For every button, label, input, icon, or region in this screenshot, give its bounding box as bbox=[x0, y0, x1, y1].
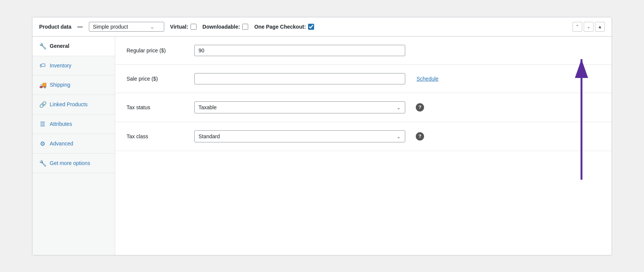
gear-icon: ⚙ bbox=[39, 140, 46, 147]
sidebar-item-advanced-label: Advanced bbox=[50, 141, 73, 147]
tax-status-help-icon[interactable]: ? bbox=[416, 103, 424, 112]
virtual-checkbox[interactable] bbox=[191, 24, 197, 30]
sale-price-row: Sale price ($) Schedule bbox=[115, 65, 612, 93]
tax-class-row: Tax class Standard Reduced rate Zero rat… bbox=[115, 122, 612, 151]
regular-price-input[interactable] bbox=[194, 45, 405, 56]
tax-status-select-wrapper: Taxable Shipping only None ⌄ bbox=[194, 101, 405, 113]
sidebar-item-get-more-options[interactable]: 🔧 Get more options bbox=[32, 154, 115, 173]
collapse-up-button[interactable]: ⌃ bbox=[572, 22, 582, 32]
downloadable-checkbox[interactable] bbox=[242, 24, 248, 30]
sidebar-item-inventory-label: Inventory bbox=[50, 63, 72, 69]
tax-status-row: Tax status Taxable Shipping only None ⌄ … bbox=[115, 93, 612, 122]
tag-icon: 🏷 bbox=[39, 62, 46, 69]
sidebar-item-shipping-label: Shipping bbox=[50, 82, 70, 88]
regular-price-label: Regular price ($) bbox=[127, 47, 187, 53]
downloadable-label: Downloadable: bbox=[203, 24, 240, 30]
panel-title: Product data bbox=[39, 24, 72, 30]
plugin-icon: 🔧 bbox=[39, 160, 46, 167]
sidebar-item-inventory[interactable]: 🏷 Inventory bbox=[32, 56, 115, 75]
product-type-select[interactable]: Simple product ⌵ bbox=[89, 22, 164, 32]
downloadable-checkbox-group: Downloadable: bbox=[203, 24, 249, 30]
main-content: Regular price ($) Sale price ($) Schedul… bbox=[115, 37, 612, 255]
one-page-checkout-checkbox[interactable] bbox=[308, 24, 314, 30]
virtual-checkbox-group: Virtual: bbox=[170, 24, 197, 30]
panel-header: Product data — Simple product ⌵ Virtual:… bbox=[32, 17, 612, 37]
virtual-label: Virtual: bbox=[170, 24, 188, 30]
link-icon: 🔗 bbox=[39, 101, 46, 108]
sidebar-item-attributes-label: Attributes bbox=[50, 121, 72, 127]
product-type-chevron-icon: ⌵ bbox=[151, 24, 154, 30]
product-data-panel: Product data — Simple product ⌵ Virtual:… bbox=[32, 17, 612, 255]
sidebar: 🔧 General 🏷 Inventory 🚚 Shipping 🔗 Linke… bbox=[32, 37, 115, 255]
tax-class-select-wrapper: Standard Reduced rate Zero rate ⌄ bbox=[194, 130, 405, 142]
sidebar-item-general[interactable]: 🔧 General bbox=[32, 37, 115, 56]
panel-body: 🔧 General 🏷 Inventory 🚚 Shipping 🔗 Linke… bbox=[32, 37, 612, 255]
sale-price-label: Sale price ($) bbox=[127, 76, 187, 82]
sidebar-item-linked-products-label: Linked Products bbox=[50, 101, 87, 107]
tax-class-select[interactable]: Standard Reduced rate Zero rate bbox=[194, 130, 405, 142]
truck-icon: 🚚 bbox=[39, 81, 46, 89]
sidebar-item-shipping[interactable]: 🚚 Shipping bbox=[32, 75, 115, 95]
tax-status-label: Tax status bbox=[127, 104, 187, 110]
sidebar-item-attributes[interactable]: ☰ Attributes bbox=[32, 115, 115, 134]
wrench-icon: 🔧 bbox=[39, 43, 46, 50]
sale-price-input[interactable] bbox=[194, 73, 405, 84]
tax-class-help-icon[interactable]: ? bbox=[416, 132, 424, 141]
regular-price-row: Regular price ($) bbox=[115, 37, 612, 65]
move-up-button[interactable]: ▲ bbox=[595, 22, 605, 32]
tax-status-select[interactable]: Taxable Shipping only None bbox=[194, 101, 405, 113]
sidebar-item-general-label: General bbox=[50, 43, 69, 49]
tax-class-label: Tax class bbox=[127, 133, 187, 139]
header-controls: ⌃ ⌄ ▲ bbox=[572, 22, 605, 32]
one-page-checkout-label: One Page Checkout: bbox=[254, 24, 306, 30]
one-page-checkout-group: One Page Checkout: bbox=[254, 24, 314, 30]
collapse-down-button[interactable]: ⌄ bbox=[584, 22, 594, 32]
title-separator: — bbox=[78, 24, 83, 30]
sidebar-item-get-more-options-label: Get more options bbox=[50, 160, 90, 166]
list-icon: ☰ bbox=[39, 121, 46, 128]
sidebar-item-advanced[interactable]: ⚙ Advanced bbox=[32, 134, 115, 154]
sidebar-item-linked-products[interactable]: 🔗 Linked Products bbox=[32, 95, 115, 115]
product-type-label: Simple product bbox=[93, 24, 128, 30]
schedule-link[interactable]: Schedule bbox=[417, 76, 438, 82]
